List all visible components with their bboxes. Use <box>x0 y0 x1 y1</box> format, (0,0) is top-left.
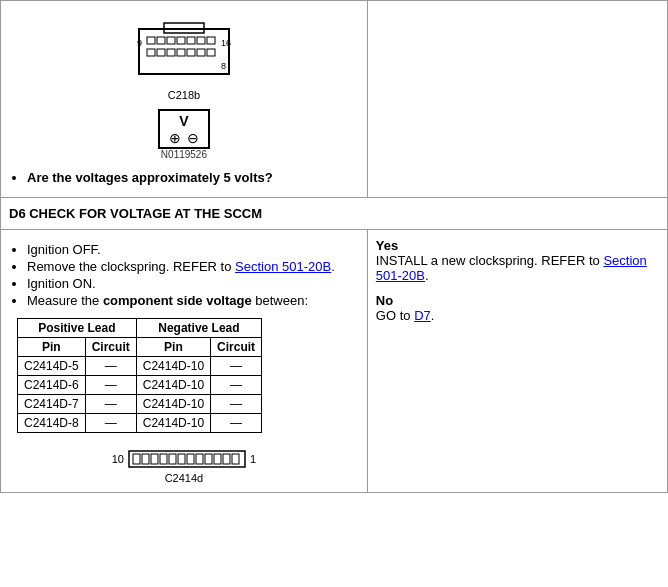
bold-voltage: component side voltage <box>103 293 252 308</box>
svg-rect-25 <box>178 454 185 464</box>
svg-rect-30 <box>223 454 230 464</box>
svg-rect-8 <box>207 37 215 44</box>
svg-text:9: 9 <box>137 38 142 48</box>
svg-rect-21 <box>142 454 149 464</box>
main-layout-table: 9 16 8 C218b V ⊕ ⊖ N011 <box>0 0 668 493</box>
section-501-20b-link-1[interactable]: Section 501-20B <box>235 259 331 274</box>
d6-header-text: D6 CHECK FOR VOLTAGE AT THE SCCM <box>9 206 262 221</box>
pin-header-1: Pin <box>18 338 86 357</box>
d6-content-row: Ignition OFF. Remove the clockspring. RE… <box>1 230 668 493</box>
positive-lead-header: Positive Lead <box>18 319 137 338</box>
pos-ckt-4: — <box>85 414 136 433</box>
svg-rect-10 <box>157 49 165 56</box>
svg-rect-27 <box>196 454 203 464</box>
neg-pin-1: C2414D-10 <box>136 357 210 376</box>
pin-table: Positive Lead Negative Lead Pin Circuit … <box>17 318 262 433</box>
svg-rect-23 <box>160 454 167 464</box>
voltmeter-probes: ⊕ ⊖ <box>169 130 199 146</box>
c2414d-diagram: 10 <box>9 448 359 484</box>
d6-header-cell: D6 CHECK FOR VOLTAGE AT THE SCCM <box>1 198 668 230</box>
section-501-20b-link-2[interactable]: Section501-20B <box>376 253 647 283</box>
pos-ckt-2: — <box>85 376 136 395</box>
d6-step-3: Ignition ON. <box>27 276 359 291</box>
no-text: GO to D7. <box>376 308 435 323</box>
c2414d-label: C2414d <box>9 472 359 484</box>
svg-rect-22 <box>151 454 158 464</box>
c2414d-svg <box>127 448 247 470</box>
d6-left-cell: Ignition OFF. Remove the clockspring. RE… <box>1 230 368 493</box>
voltage-question-list: Are the voltages approximately 5 volts? <box>27 170 359 185</box>
neg-pin-4: C2414D-10 <box>136 414 210 433</box>
pin-table-body: C2414D-5 — C2414D-10 — C2414D-6 — C2414D… <box>18 357 262 433</box>
neg-ckt-1: — <box>211 357 262 376</box>
svg-rect-13 <box>187 49 195 56</box>
svg-rect-3 <box>157 37 165 44</box>
svg-rect-28 <box>205 454 212 464</box>
top-row: 9 16 8 C218b V ⊕ ⊖ N011 <box>1 1 668 198</box>
svg-text:16: 16 <box>221 38 231 48</box>
pos-ckt-1: — <box>85 357 136 376</box>
top-right-cell <box>367 1 667 198</box>
svg-text:8: 8 <box>221 61 226 71</box>
svg-rect-31 <box>232 454 239 464</box>
circuit-header-1: Circuit <box>85 338 136 357</box>
d7-link[interactable]: D7 <box>414 308 431 323</box>
d6-step-4: Measure the component side voltage betwe… <box>27 293 359 308</box>
pos-pin-4: C2414D-8 <box>18 414 86 433</box>
table-row: C2414D-7 — C2414D-10 — <box>18 395 262 414</box>
svg-rect-20 <box>133 454 140 464</box>
d6-header-row: D6 CHECK FOR VOLTAGE AT THE SCCM <box>1 198 668 230</box>
c2414d-row: 10 <box>9 448 359 470</box>
neg-ckt-3: — <box>211 395 262 414</box>
voltage-question-text: Are the voltages approximately 5 volts? <box>27 170 273 185</box>
c2414d-num-left: 10 <box>112 453 124 465</box>
d6-step-1: Ignition OFF. <box>27 242 359 257</box>
neg-pin-3: C2414D-10 <box>136 395 210 414</box>
pos-pin-1: C2414D-5 <box>18 357 86 376</box>
svg-rect-2 <box>147 37 155 44</box>
svg-rect-12 <box>177 49 185 56</box>
neg-ckt-2: — <box>211 376 262 395</box>
svg-rect-9 <box>147 49 155 56</box>
svg-rect-29 <box>214 454 221 464</box>
svg-rect-26 <box>187 454 194 464</box>
yes-result: Yes INSTALL a new clockspring. REFER to … <box>376 238 659 283</box>
d6-step-2: Remove the clockspring. REFER to Section… <box>27 259 359 274</box>
table-row: C2414D-5 — C2414D-10 — <box>18 357 262 376</box>
part-number: N0119526 <box>9 149 359 160</box>
yes-label: Yes <box>376 238 398 253</box>
no-label: No <box>376 293 393 308</box>
negative-lead-header: Negative Lead <box>136 319 261 338</box>
svg-rect-7 <box>197 37 205 44</box>
svg-rect-4 <box>167 37 175 44</box>
c218b-label: C218b <box>129 89 239 101</box>
no-result: No GO to D7. <box>376 293 659 323</box>
svg-rect-15 <box>207 49 215 56</box>
inner-table-header-2: Pin Circuit Pin Circuit <box>18 338 262 357</box>
pos-pin-3: C2414D-7 <box>18 395 86 414</box>
svg-rect-6 <box>187 37 195 44</box>
svg-rect-11 <box>167 49 175 56</box>
table-row: C2414D-6 — C2414D-10 — <box>18 376 262 395</box>
d6-steps-list: Ignition OFF. Remove the clockspring. RE… <box>27 242 359 308</box>
yes-text: INSTALL a new clockspring. REFER to Sect… <box>376 253 647 283</box>
circuit-header-2: Circuit <box>211 338 262 357</box>
c2414d-num-right: 1 <box>250 453 256 465</box>
d6-right-cell: Yes INSTALL a new clockspring. REFER to … <box>367 230 667 493</box>
voltmeter-symbol: V <box>179 113 188 129</box>
plus-probe: ⊕ <box>169 130 181 146</box>
c218b-svg: 9 16 8 <box>129 19 239 84</box>
inner-table-header-1: Positive Lead Negative Lead <box>18 319 262 338</box>
pos-ckt-3: — <box>85 395 136 414</box>
neg-pin-2: C2414D-10 <box>136 376 210 395</box>
connector-c218b-diagram: 9 16 8 C218b V ⊕ ⊖ N011 <box>9 19 359 160</box>
table-row: C2414D-8 — C2414D-10 — <box>18 414 262 433</box>
top-left-cell: 9 16 8 C218b V ⊕ ⊖ N011 <box>1 1 368 198</box>
svg-rect-5 <box>177 37 185 44</box>
neg-ckt-4: — <box>211 414 262 433</box>
pos-pin-2: C2414D-6 <box>18 376 86 395</box>
pin-header-2: Pin <box>136 338 210 357</box>
minus-probe: ⊖ <box>187 130 199 146</box>
svg-rect-24 <box>169 454 176 464</box>
voltage-question-item: Are the voltages approximately 5 volts? <box>27 170 359 185</box>
